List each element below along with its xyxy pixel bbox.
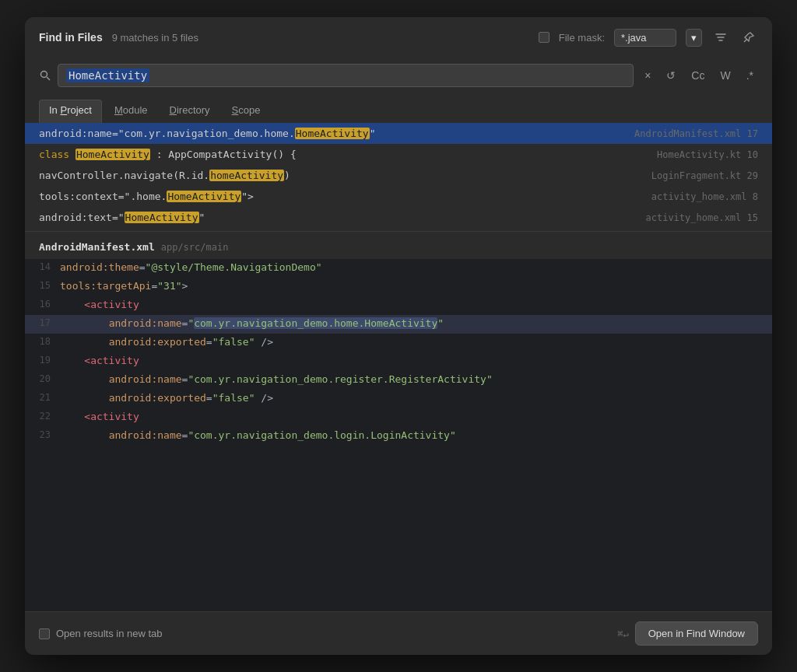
result-file: activity_home.xml 8 (651, 191, 758, 202)
svg-point-1 (41, 72, 47, 78)
keyboard-shortcut: ⌘↵ (617, 628, 628, 639)
search-bar: HomeActivity × ↺ Cc W .* (25, 58, 772, 93)
file-mask-input[interactable] (614, 29, 676, 47)
code-line-14: 14 android:theme="@style/Theme.Navigatio… (25, 259, 772, 278)
line-number: 16 (25, 296, 60, 312)
code-line-17: 17 android:name="com.yr.navigation_demo.… (25, 315, 772, 334)
line-number: 22 (25, 408, 60, 424)
line-content: android:exported="false" /> (60, 334, 772, 350)
open-find-window-button[interactable]: Open in Find Window (635, 621, 758, 646)
tab-in-project[interactable]: In Project (39, 100, 102, 123)
result-row[interactable]: android:name="com.yr.navigation_demo.hom… (25, 123, 772, 144)
preview-path: app/src/main (161, 242, 229, 253)
search-actions: × ↺ Cc W .* (640, 67, 758, 84)
code-line-22: 22 <activity (25, 408, 772, 427)
result-row[interactable]: tools:context=".home.HomeActivity"> acti… (25, 186, 772, 207)
result-file: activity_home.xml 15 (646, 212, 759, 223)
line-number: 20 (25, 371, 60, 387)
result-row[interactable]: android:text="HomeActivity" activity_hom… (25, 207, 772, 228)
result-file: HomeActivity.kt 10 (657, 149, 758, 160)
new-tab-checkbox[interactable] (39, 628, 50, 639)
result-code: tools:context=".home.HomeActivity"> (39, 191, 651, 202)
clear-search-button[interactable]: × (640, 67, 655, 84)
undo-search-button[interactable]: ↺ (662, 67, 680, 84)
code-line-15: 15 tools:targetApi="31"> (25, 278, 772, 296)
svg-line-2 (47, 77, 50, 80)
search-input-wrapper[interactable]: HomeActivity (58, 64, 634, 87)
line-number: 18 (25, 334, 60, 349)
result-code: class HomeActivity : AppCompatActivity()… (39, 149, 657, 160)
line-content: <activity (60, 352, 772, 369)
divider (25, 231, 772, 232)
code-line-21: 21 android:exported="false" /> (25, 390, 772, 408)
match-count: 9 matches in 5 files (112, 32, 198, 44)
file-mask-label: File mask: (559, 32, 605, 44)
result-code: android:text="HomeActivity" (39, 212, 646, 223)
line-content: android:name="com.yr.navigation_demo.log… (60, 427, 772, 443)
file-mask-checkbox[interactable] (539, 32, 549, 43)
code-preview[interactable]: 14 android:theme="@style/Theme.Navigatio… (25, 259, 772, 611)
code-line-20: 20 android:name="com.yr.navigation_demo.… (25, 371, 772, 390)
pin-button[interactable] (739, 28, 758, 47)
line-number: 14 (25, 259, 60, 275)
tab-scope[interactable]: Scope (223, 100, 270, 122)
line-content: <activity (60, 296, 772, 313)
search-value: HomeActivity (66, 68, 149, 82)
code-line-19: 19 <activity (25, 352, 772, 371)
line-content: android:name="com.yr.navigation_demo.hom… (60, 315, 772, 331)
result-row[interactable]: class HomeActivity : AppCompatActivity()… (25, 144, 772, 165)
line-content: android:name="com.yr.navigation_demo.reg… (60, 371, 772, 387)
filter-button[interactable] (711, 28, 730, 47)
line-content: android:exported="false" /> (60, 390, 772, 406)
result-row[interactable]: navController.navigate(R.id.homeActivity… (25, 165, 772, 186)
line-number: 17 (25, 315, 60, 331)
line-content: tools:targetApi="31"> (60, 278, 772, 294)
result-file: LoginFragment.kt 29 (651, 170, 758, 181)
line-content: android:theme="@style/Theme.NavigationDe… (60, 259, 772, 275)
scope-tabs: In Project Module Directory Scope (25, 93, 772, 123)
line-number: 21 (25, 390, 60, 405)
tab-module[interactable]: Module (105, 100, 157, 122)
case-sensitive-button[interactable]: Cc (686, 67, 709, 84)
dialog-header: Find in Files 9 matches in 5 files File … (25, 17, 772, 58)
results-list: android:name="com.yr.navigation_demo.hom… (25, 123, 772, 228)
result-code: android:name="com.yr.navigation_demo.hom… (39, 128, 634, 139)
preview-header: AndroidManifest.xml app/src/main (25, 235, 772, 259)
result-file: AndroidManifest.xml 17 (634, 128, 758, 139)
line-content: <activity (60, 408, 772, 425)
code-line-16: 16 <activity (25, 296, 772, 315)
preview-filename: AndroidManifest.xml (39, 241, 155, 253)
search-type-button[interactable] (39, 69, 51, 82)
code-line-18: 18 android:exported="false" /> (25, 334, 772, 352)
line-number: 19 (25, 352, 60, 368)
mask-dropdown-button[interactable]: ▾ (686, 29, 702, 47)
dialog-title: Find in Files (39, 31, 103, 44)
tab-directory[interactable]: Directory (160, 100, 219, 122)
code-line-23: 23 android:name="com.yr.navigation_demo.… (25, 427, 772, 446)
find-in-files-dialog: Find in Files 9 matches in 5 files File … (25, 17, 772, 655)
line-number: 23 (25, 427, 60, 443)
search-icon (39, 69, 51, 82)
regex-button[interactable]: .* (742, 67, 758, 84)
line-number: 15 (25, 278, 60, 293)
whole-word-button[interactable]: W (715, 67, 735, 84)
filter-icon (714, 31, 727, 44)
svg-line-0 (744, 39, 747, 42)
new-tab-label: Open results in new tab (56, 628, 163, 639)
pin-icon (743, 31, 755, 44)
dialog-footer: Open results in new tab ⌘↵ Open in Find … (25, 611, 772, 655)
result-code: navController.navigate(R.id.homeActivity… (39, 170, 651, 181)
